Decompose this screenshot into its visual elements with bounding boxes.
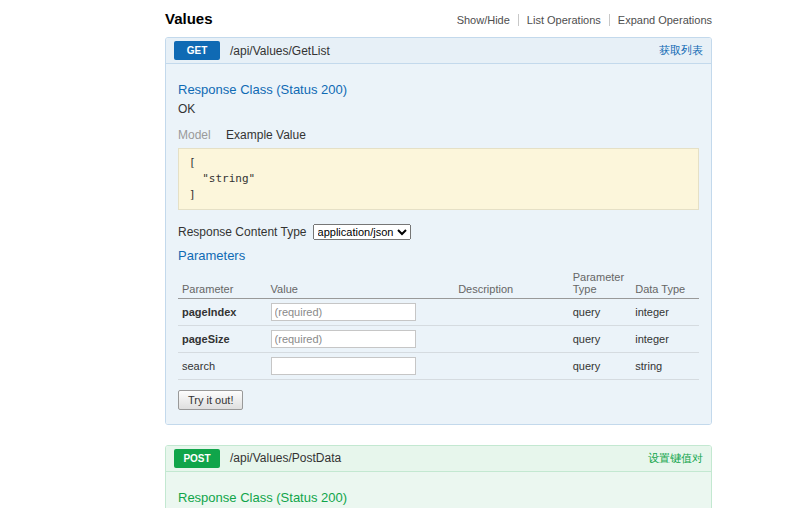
- col-header-value: Value: [267, 268, 455, 299]
- col-header-parameter: Parameter: [178, 268, 267, 299]
- endpoint-path-post[interactable]: /api/Values/PostData: [230, 451, 648, 465]
- response-class-value: OK: [178, 102, 699, 116]
- param-value-cell: [267, 325, 455, 352]
- param-type: query: [569, 298, 632, 325]
- response-class-heading: Response Class (Status 200): [178, 82, 699, 97]
- param-type: query: [569, 352, 632, 379]
- param-row-pageIndex: pageIndex query integer: [178, 298, 699, 325]
- param-value-input[interactable]: [271, 303, 416, 321]
- param-value-input[interactable]: [271, 330, 416, 348]
- swagger-page: Values Show/HideList OperationsExpand Op…: [165, 0, 712, 508]
- col-header-description: Description: [454, 268, 569, 299]
- expand-operations-link[interactable]: Expand Operations: [609, 14, 712, 26]
- param-name: pageSize: [178, 325, 267, 352]
- show-hide-link[interactable]: Show/Hide: [449, 14, 518, 26]
- example-value-code: [ "string" ]: [178, 148, 699, 210]
- param-type: query: [569, 325, 632, 352]
- operation-post-postdata: POST /api/Values/PostData 设置键值对 Response…: [165, 445, 712, 508]
- param-description: [454, 352, 569, 379]
- response-content-type-row: Response Content Type application/json: [178, 224, 699, 240]
- list-operations-link[interactable]: List Operations: [518, 14, 609, 26]
- param-value-cell: [267, 352, 455, 379]
- operation-get-getlist: GET /api/Values/GetList 获取列表 Response Cl…: [165, 37, 712, 425]
- param-description: [454, 298, 569, 325]
- param-name: search: [178, 352, 267, 379]
- param-data-type: integer: [631, 298, 699, 325]
- endpoint-path-get[interactable]: /api/Values/GetList: [230, 44, 659, 58]
- response-content-type-select[interactable]: application/json: [313, 224, 411, 240]
- param-data-type: integer: [631, 325, 699, 352]
- endpoint-summary-link-get[interactable]: 获取列表: [659, 43, 703, 58]
- param-row-search: search query string: [178, 352, 699, 379]
- tab-model[interactable]: Model: [178, 128, 211, 142]
- http-method-badge-get: GET: [174, 41, 220, 60]
- resource-title: Values: [165, 10, 213, 27]
- parameters-table: Parameter Value Description Parameter Ty…: [178, 268, 699, 380]
- operation-get-content: Response Class (Status 200) OK Model Exa…: [166, 63, 711, 424]
- response-content-type-label: Response Content Type: [178, 225, 307, 239]
- param-description: [454, 325, 569, 352]
- tab-example-value[interactable]: Example Value: [226, 128, 306, 142]
- col-header-data-type: Data Type: [631, 268, 699, 299]
- resource-actions: Show/HideList OperationsExpand Operation…: [449, 14, 712, 26]
- param-value-cell: [267, 298, 455, 325]
- param-value-input[interactable]: [271, 357, 416, 375]
- model-tabs: Model Example Value: [178, 128, 699, 142]
- try-it-out-button[interactable]: Try it out!: [178, 390, 243, 410]
- parameters-heading: Parameters: [178, 248, 699, 263]
- operation-post-content: Response Class (Status 200) string Respo…: [166, 471, 711, 508]
- http-method-badge-post: POST: [174, 449, 220, 468]
- param-row-pageSize: pageSize query integer: [178, 325, 699, 352]
- param-data-type: string: [631, 352, 699, 379]
- col-header-parameter-type: Parameter Type: [569, 268, 632, 299]
- param-name: pageIndex: [178, 298, 267, 325]
- response-class-heading: Response Class (Status 200): [178, 490, 699, 505]
- parameters-header-row: Parameter Value Description Parameter Ty…: [178, 268, 699, 299]
- operation-get-header[interactable]: GET /api/Values/GetList 获取列表: [166, 38, 711, 63]
- endpoint-summary-link-post[interactable]: 设置键值对: [648, 451, 703, 466]
- resource-header: Values Show/HideList OperationsExpand Op…: [165, 8, 712, 27]
- operation-post-header[interactable]: POST /api/Values/PostData 设置键值对: [166, 446, 711, 471]
